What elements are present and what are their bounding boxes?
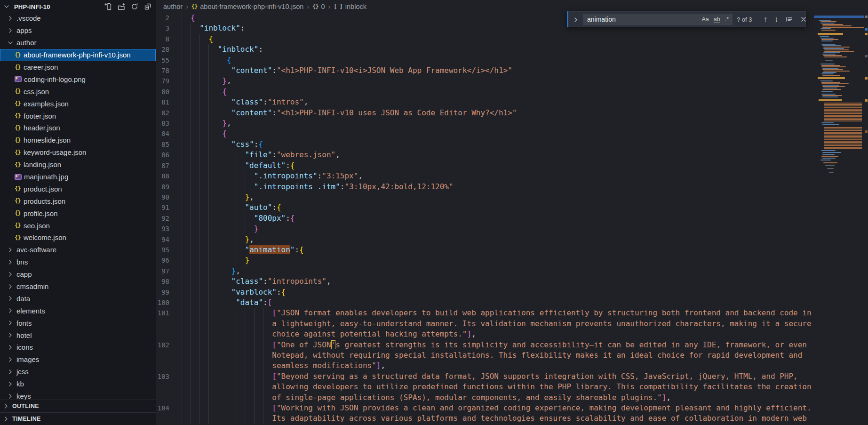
code-line-content[interactable]: "class":"intropoints", xyxy=(177,276,814,287)
regex-toggle[interactable]: .* xyxy=(723,16,731,23)
collapse-folders-icon[interactable] xyxy=(144,3,152,11)
tree-item-career-json[interactable]: {}career.json xyxy=(0,61,156,73)
code-line-content[interactable]: "varblock":{ xyxy=(177,287,814,297)
outline-section-header[interactable]: OUTLINE xyxy=(0,400,156,412)
minimap-line xyxy=(822,75,840,76)
tree-item-product-json[interactable]: {}product.json xyxy=(0,183,156,195)
code-line-content[interactable]: "class":"intros", xyxy=(177,97,814,107)
find-in-selection-button[interactable] xyxy=(785,16,793,23)
code-line-content[interactable]: ["One of JSON's greatest strengths is it… xyxy=(177,340,814,371)
code-line-content[interactable]: }, xyxy=(177,192,814,202)
code-line-content[interactable]: }, xyxy=(177,118,814,128)
code-line-content[interactable]: { xyxy=(177,128,814,139)
tree-item-icons[interactable]: icons xyxy=(0,341,156,353)
chevron-right-icon xyxy=(7,283,14,290)
code-line-content[interactable]: }, xyxy=(177,76,814,86)
code-line-content[interactable]: "inblock": xyxy=(177,44,814,55)
code-token: { xyxy=(290,161,295,170)
code-token: } xyxy=(245,235,249,244)
chevron-right-icon xyxy=(7,295,14,302)
minimap-line xyxy=(822,24,843,25)
tree-item-elements[interactable]: elements xyxy=(0,305,156,317)
tree-item-css-json[interactable]: {}css.json xyxy=(0,85,156,97)
match-case-toggle[interactable]: Aa xyxy=(700,16,710,23)
previous-match-button[interactable]: ↑ xyxy=(764,16,767,23)
code-line: 94}, xyxy=(156,234,814,245)
next-match-button[interactable]: ↓ xyxy=(774,16,778,23)
breadcrumb-separator-icon: › xyxy=(186,3,188,10)
tree-item-hotel[interactable]: hotel xyxy=(0,329,156,341)
code-line-content[interactable]: } xyxy=(177,224,814,234)
minimap-line xyxy=(821,94,836,95)
tree-item-apps[interactable]: apps xyxy=(0,24,156,37)
tree-item-coding-infi-logo-png[interactable]: coding-infi-logo.png xyxy=(0,73,156,85)
tree-item-kb[interactable]: kb xyxy=(0,378,156,390)
explorer-header[interactable]: PHP-INFI-10 xyxy=(0,0,156,12)
tree-item-jcss[interactable]: jcss xyxy=(0,366,156,378)
tree-item-products-json[interactable]: {}products.json xyxy=(0,195,156,207)
tree-item-landing-json[interactable]: {}landing.json xyxy=(0,159,156,171)
tree-item-data[interactable]: data xyxy=(0,292,156,305)
code-line-content[interactable]: "800px":{ xyxy=(177,213,814,224)
find-input[interactable] xyxy=(587,16,699,23)
tree-item-images[interactable]: images xyxy=(0,353,156,366)
tree-item-profile-json[interactable]: {}profile.json xyxy=(0,207,156,219)
toggle-replace-chevron-icon[interactable] xyxy=(572,16,579,23)
code-line-content[interactable]: }, xyxy=(177,234,814,245)
line-number: 81 xyxy=(156,97,177,107)
code-line-content[interactable]: }, xyxy=(177,266,814,276)
code-line-content[interactable]: } xyxy=(177,255,814,265)
tree-item-bns[interactable]: bns xyxy=(0,256,156,268)
code-line-content[interactable]: ["Beyond serving as a structured data fo… xyxy=(177,371,814,403)
tree-item-footer-json[interactable]: {}footer.json xyxy=(0,110,156,122)
tree-item-author[interactable]: author xyxy=(0,37,156,49)
tree-item-keys[interactable]: keys xyxy=(0,390,156,400)
code-line-content[interactable]: ".intropoints .itm":"3:10px,42:bold,12:1… xyxy=(177,182,814,192)
code-line-content[interactable]: "animation":{ xyxy=(177,245,814,255)
tree-item-fonts[interactable]: fonts xyxy=(0,317,156,329)
tree-item-homeslide-json[interactable]: {}homeslide.json xyxy=(0,134,156,146)
close-find-button[interactable] xyxy=(800,16,807,23)
tree-item-label: elements xyxy=(16,307,45,315)
tree-item-keyword-usage-json[interactable]: {}keyword-usage.json xyxy=(0,146,156,159)
new-file-icon[interactable] xyxy=(104,3,112,11)
code-line-content[interactable]: "data":[ xyxy=(177,297,814,308)
code-line: 98"class":"intropoints", xyxy=(156,276,814,287)
breadcrumb-item[interactable]: {}about-framework-php-infi-v10.json xyxy=(191,3,303,10)
new-folder-icon[interactable] xyxy=(118,3,126,11)
code-token: : xyxy=(263,97,268,106)
line-number: 97 xyxy=(156,266,177,276)
minimap[interactable] xyxy=(814,13,864,425)
code-line-content[interactable]: "content":"<h1>PHP-INFI-v10 uses JSON as… xyxy=(177,108,814,118)
tree-item-seo-json[interactable]: {}seo.json xyxy=(0,219,156,232)
timeline-section-header[interactable]: TIMELINE xyxy=(0,412,156,425)
code-area[interactable]: 2{3"inblock":8{28"inblock":55{78"content… xyxy=(156,13,814,425)
code-line-content[interactable]: ["JSON format enables developers to buil… xyxy=(177,308,814,339)
breadcrumb-item[interactable]: [ ]inblock xyxy=(334,3,366,10)
code-line-content[interactable]: "file":"webres.json", xyxy=(177,150,814,160)
code-line-content[interactable]: ["Working with JSON provides a clean and… xyxy=(177,403,814,424)
tree-item-avc-software[interactable]: avc-software xyxy=(0,244,156,256)
refresh-explorer-icon[interactable] xyxy=(131,3,139,11)
code-line-content[interactable]: { xyxy=(177,34,814,44)
tree-item-header-json[interactable]: {}header.json xyxy=(0,122,156,134)
tree-item-examples-json[interactable]: {}examples.json xyxy=(0,97,156,110)
code-line-content[interactable]: { xyxy=(177,55,814,65)
tree-item-manjunath-jpg[interactable]: manjunath.jpg xyxy=(0,171,156,183)
breadcrumb-item[interactable]: author xyxy=(163,3,183,10)
tree-item-cmsadmin[interactable]: cmsadmin xyxy=(0,281,156,293)
code-line-content[interactable]: "auto":{ xyxy=(177,202,814,213)
code-line-content[interactable]: "css":{ xyxy=(177,139,814,150)
code-line-content[interactable]: ".intropoints":"3:15px", xyxy=(177,171,814,181)
code-token: ] xyxy=(662,393,667,402)
line-number: 85 xyxy=(156,139,177,150)
tree-item--vscode[interactable]: .vscode xyxy=(0,12,156,24)
code-line-content[interactable]: "content":"<h1>PHP-INFI-v10<i>JSON Web A… xyxy=(177,65,814,76)
code-line-content[interactable]: "default":{ xyxy=(177,160,814,171)
tree-item-welcome-json[interactable]: {}welcome.json xyxy=(0,232,156,244)
whole-word-toggle[interactable]: ab xyxy=(712,16,722,23)
breadcrumb-item[interactable]: {}0 xyxy=(312,3,325,10)
code-line-content[interactable]: { xyxy=(177,87,814,97)
tree-item-about-framework-php-infi-v10-json[interactable]: {}about-framework-php-infi-v10.json xyxy=(0,49,156,61)
tree-item-capp[interactable]: capp xyxy=(0,268,156,281)
